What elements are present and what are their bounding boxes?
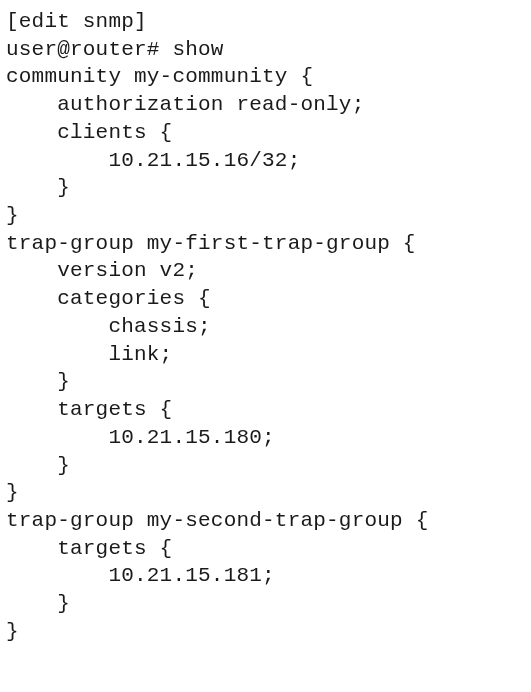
trap-group-1-open: trap-group my-first-trap-group { [6,232,416,255]
trap2-target-ip: 10.21.15.181; [6,564,275,587]
authorization-line: authorization read-only; [6,93,364,116]
clients-close: } [6,176,70,199]
client-ip: 10.21.15.16/32; [6,149,300,172]
trap1-target-ip: 10.21.15.180; [6,426,275,449]
trap2-targets-open: targets { [6,537,172,560]
trap1-targets-close: } [6,454,70,477]
trap1-categories-close: } [6,370,70,393]
trap1-category-link: link; [6,343,172,366]
trap-group-1-close: } [6,481,19,504]
prompt-line: user@router# show [6,38,224,61]
community-close: } [6,204,19,227]
community-open: community my-community { [6,65,313,88]
trap2-targets-close: } [6,592,70,615]
clients-open: clients { [6,121,172,144]
edit-context: [edit snmp] [6,10,147,33]
trap-group-2-close: } [6,620,19,643]
trap1-categories-open: categories { [6,287,211,310]
trap1-targets-open: targets { [6,398,172,421]
trap-group-2-open: trap-group my-second-trap-group { [6,509,428,532]
trap1-version: version v2; [6,259,198,282]
cli-config-output: [edit snmp] user@router# show community … [0,0,531,654]
trap1-category-chassis: chassis; [6,315,211,338]
